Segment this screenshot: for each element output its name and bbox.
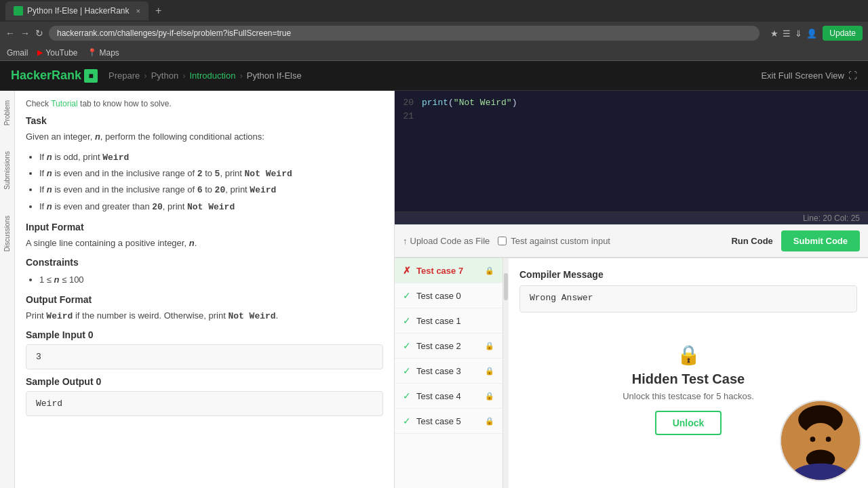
forward-btn[interactable]: →: [20, 28, 30, 39]
back-btn[interactable]: ←: [5, 28, 15, 39]
hidden-test-title: Hidden Test Case: [632, 371, 745, 387]
breadcrumb: Prepare › Python › Introduction › Python…: [108, 70, 302, 81]
test-case-3-label: Test case 3: [416, 366, 461, 376]
profile-icon[interactable]: 👤: [806, 28, 817, 39]
line-num-21: 21: [397, 110, 422, 123]
input-format-desc: A single line containing a positive inte…: [26, 237, 383, 250]
editor-toolbar: ↑ Upload Code as File Test against custo…: [395, 224, 868, 258]
line-num-20: 20: [397, 96, 422, 110]
constraints-list: 1 ≤ n ≤ 100: [26, 272, 383, 287]
test-case-2-item[interactable]: ✓ Test case 2 🔒: [395, 333, 502, 359]
test-case-7-label: Test case 7: [416, 266, 463, 276]
test-case-1-label: Test case 1: [416, 316, 461, 326]
bullet-3: If n is even and in the inclusive range …: [39, 182, 383, 198]
hr-header: HackerRank ■ Prepare › Python › Introduc…: [0, 61, 868, 91]
run-code-button[interactable]: Run Code: [731, 236, 772, 246]
lock-icon-3: 🔒: [485, 367, 494, 375]
unlock-button[interactable]: Unlock: [655, 411, 722, 435]
sidebar-tab-discussions[interactable]: Discussions: [2, 213, 12, 254]
test-case-3-item[interactable]: ✓ Test case 3 🔒: [395, 359, 502, 384]
sample-input-val: 3: [36, 352, 41, 362]
lock-icon-5: 🔒: [485, 417, 494, 426]
download-icon[interactable]: ⇓: [795, 28, 802, 39]
svg-point-4: [810, 436, 816, 442]
bookmarks-bar: Gmail ▶ YouTube 📍 Maps: [0, 45, 868, 61]
sample-output-title: Sample Output 0: [26, 376, 383, 387]
breadcrumb-prepare[interactable]: Prepare: [108, 70, 140, 81]
maps-icon: 📍: [87, 48, 97, 57]
main-container: Problem Submissions Discussions Check Tu…: [0, 91, 868, 488]
check-icon-3: ✓: [403, 365, 411, 376]
tutorial-note: Check Tutorial tab to know how to solve.: [26, 99, 383, 108]
breadcrumb-introduction[interactable]: Introduction: [189, 70, 235, 81]
exit-fullscreen-btn[interactable]: Exit Full Screen View ⛶: [761, 70, 857, 81]
address-bar[interactable]: hackerrank.com/challenges/py-if-else/pro…: [49, 26, 760, 41]
bookmark-maps[interactable]: 📍 Maps: [87, 48, 119, 58]
new-tab-btn[interactable]: +: [155, 5, 161, 17]
test-case-7-item[interactable]: ✗ Test case 7 🔒: [395, 258, 502, 283]
youtube-icon: ▶: [37, 48, 43, 57]
bookmark-youtube[interactable]: ▶ YouTube: [37, 48, 77, 58]
extensions-icon[interactable]: ☰: [783, 28, 791, 39]
sample-output-box: Weird: [26, 391, 383, 416]
user-avatar: [780, 400, 861, 481]
task-bullets: If n is odd, print Weird If n is even an…: [26, 149, 383, 216]
fail-icon-7: ✗: [403, 265, 411, 276]
upload-code-btn[interactable]: ↑ Upload Code as File: [403, 236, 490, 246]
constraints-title: Constraints: [26, 257, 383, 268]
browser-chrome: Python If-Else | HackerRank × +: [0, 0, 868, 22]
update-button[interactable]: Update: [823, 26, 863, 41]
test-scroll-thumb: [504, 273, 508, 300]
bookmark-gmail[interactable]: Gmail: [7, 48, 28, 58]
breadcrumb-python[interactable]: Python: [151, 70, 178, 81]
editor-line-21: 21: [395, 110, 868, 123]
sidebar-tab-submissions[interactable]: Submissions: [2, 148, 12, 192]
editor-area[interactable]: 20 print("Not Weird") 21: [395, 91, 868, 211]
reload-btn[interactable]: ↻: [35, 28, 43, 39]
bullet-4: If n is even and greater than 20, print …: [39, 199, 383, 215]
input-format-title: Input Format: [26, 222, 383, 232]
test-scroll-indicator: [503, 258, 509, 488]
bullet-1: If n is odd, print Weird: [39, 149, 383, 165]
test-case-0-label: Test case 0: [416, 291, 461, 301]
custom-input-checkbox[interactable]: [498, 237, 507, 245]
bullet-2: If n is even and in the inclusive range …: [39, 165, 383, 182]
sample-input-box: 3: [26, 344, 383, 369]
hr-logo-box: ■: [84, 69, 98, 83]
check-icon-0: ✓: [403, 290, 411, 301]
tab-title: Python If-Else | HackerRank: [27, 6, 130, 16]
lock-icon-4: 🔒: [485, 392, 494, 401]
sidebar-tab-problem[interactable]: Problem: [2, 98, 12, 128]
upload-label: Upload Code as File: [410, 236, 490, 246]
hr-logo: HackerRank ■: [11, 68, 98, 83]
tab-favicon: [14, 6, 23, 16]
output-format-desc: Print Weird if the number is weird. Othe…: [26, 309, 383, 323]
tab-close-btn[interactable]: ×: [136, 7, 140, 15]
task-desc: Given an integer, n, perform the followi…: [26, 130, 383, 144]
test-case-5-item[interactable]: ✓ Test case 5 🔒: [395, 409, 502, 434]
browser-tab[interactable]: Python If-Else | HackerRank ×: [5, 1, 149, 20]
side-tabs: Problem Submissions Discussions: [0, 91, 15, 488]
editor-panel: 20 print("Not Weird") 21 Line: 20 Col: 2…: [395, 91, 868, 488]
check-icon-1: ✓: [403, 315, 411, 326]
tutorial-link[interactable]: Tutorial: [51, 99, 78, 108]
test-panel: ✗ Test case 7 🔒 ✓ Test case 0 ✓ Test cas…: [395, 258, 868, 488]
test-case-5-label: Test case 5: [416, 416, 461, 426]
browser-nav: ← → ↻ hackerrank.com/challenges/py-if-el…: [0, 22, 868, 45]
nav-icons: ★ ☰ ⇓ 👤: [770, 28, 817, 39]
sample-input-title: Sample Input 0: [26, 329, 383, 340]
bookmark-icon[interactable]: ★: [770, 28, 778, 39]
custom-input-text: Test against custom input: [511, 236, 610, 246]
test-case-1-item[interactable]: ✓ Test case 1: [395, 308, 502, 333]
test-case-0-item[interactable]: ✓ Test case 0: [395, 283, 502, 308]
test-case-4-item[interactable]: ✓ Test case 4 🔒: [395, 384, 502, 409]
custom-input-label[interactable]: Test against custom input: [498, 236, 610, 246]
check-icon-4: ✓: [403, 390, 411, 401]
hidden-lock-icon: 🔒: [677, 344, 701, 366]
avatar-face: [781, 401, 860, 480]
submit-code-button[interactable]: Submit Code: [781, 230, 860, 251]
line-code-20: print("Not Weird"): [422, 96, 517, 110]
avatar-svg: [781, 400, 860, 481]
lock-icon-7: 🔒: [485, 266, 494, 275]
compiler-title: Compiler Message: [519, 269, 857, 280]
